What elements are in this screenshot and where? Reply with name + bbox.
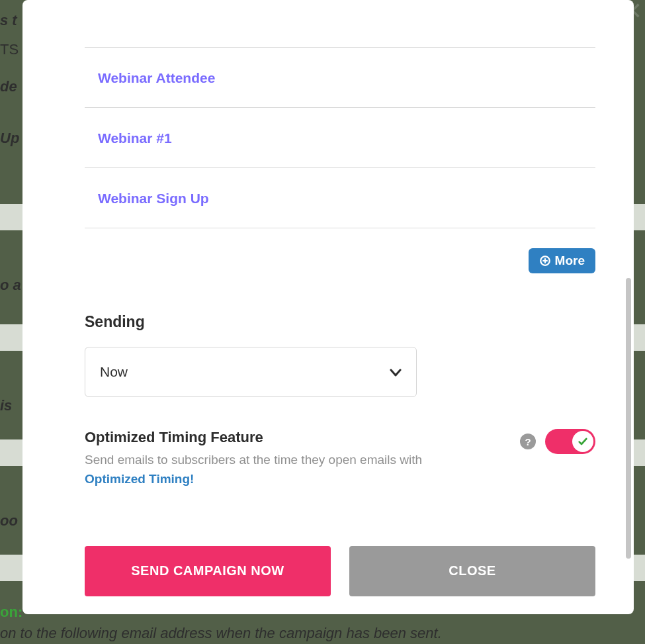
- optimized-timing-toggle[interactable]: [545, 429, 595, 454]
- bg-text-fragment: s t: [0, 12, 17, 29]
- list-row[interactable]: Webinar Sign Up: [85, 168, 595, 228]
- chevron-down-icon: [390, 363, 402, 381]
- modal-body: Webinar Attendee Webinar #1 Webinar Sign…: [85, 0, 595, 614]
- bg-text-fragment: is: [0, 397, 12, 414]
- sending-time-value: Now: [100, 364, 128, 380]
- bg-text-fragment: o a: [0, 277, 21, 294]
- bg-text-fragment: on:: [0, 604, 22, 621]
- list-link-webinar-attendee[interactable]: Webinar Attendee: [98, 70, 215, 85]
- modal-backdrop: s t TS de Up o a is oo on: on to the fol…: [0, 0, 645, 644]
- toggle-knob: [572, 431, 593, 452]
- bg-text-fragment: de: [0, 78, 17, 95]
- list-row[interactable]: Webinar Attendee: [85, 48, 595, 108]
- optimized-timing-desc-text: Send emails to subscribers at the time t…: [85, 453, 422, 467]
- list-link-webinar-sign-up[interactable]: Webinar Sign Up: [98, 191, 209, 206]
- bg-text-fragment: on to the following email address when t…: [0, 625, 442, 642]
- close-button[interactable]: CLOSE: [349, 546, 595, 596]
- list-row: [85, 0, 595, 48]
- check-icon: [578, 436, 588, 447]
- list-link-webinar-1[interactable]: Webinar #1: [98, 130, 172, 146]
- sending-time-select[interactable]: Now: [85, 347, 417, 397]
- list-row[interactable]: Webinar #1: [85, 108, 595, 168]
- optimized-timing-link[interactable]: Optimized Timing!: [85, 472, 194, 486]
- bg-text-fragment: oo: [0, 512, 18, 529]
- optimized-timing-title: Optimized Timing Feature: [85, 429, 429, 446]
- more-button-label: More: [555, 253, 585, 268]
- plus-circle-icon: [539, 255, 551, 267]
- optimized-timing-controls: ?: [520, 429, 595, 454]
- optimized-timing-desc: Send emails to subscribers at the time t…: [85, 450, 429, 489]
- more-button[interactable]: More: [529, 248, 595, 273]
- scrollbar[interactable]: [626, 278, 631, 559]
- sending-title: Sending: [85, 313, 595, 347]
- help-icon[interactable]: ?: [520, 434, 536, 449]
- bg-text-fragment: TS: [0, 41, 19, 58]
- campaign-send-modal: Webinar Attendee Webinar #1 Webinar Sign…: [22, 0, 634, 614]
- more-row: More: [85, 228, 595, 313]
- modal-actions: SEND CAMPAIGN NOW CLOSE: [85, 546, 595, 596]
- bg-text-fragment: Up: [0, 130, 19, 147]
- send-campaign-now-button[interactable]: SEND CAMPAIGN NOW: [85, 546, 331, 596]
- optimized-timing-text: Optimized Timing Feature Send emails to …: [85, 429, 429, 489]
- optimized-timing-row: Optimized Timing Feature Send emails to …: [85, 429, 595, 489]
